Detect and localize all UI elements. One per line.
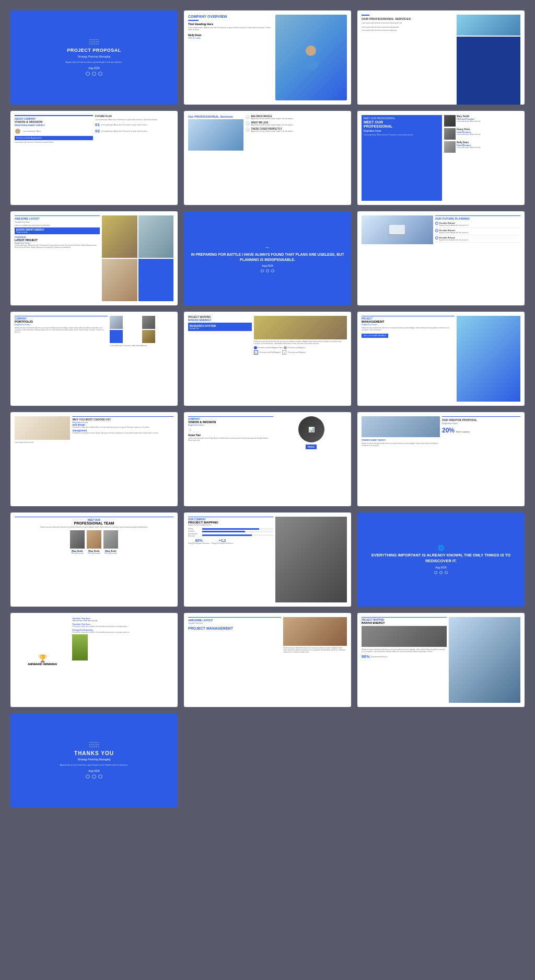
slide4-left: ABOUT COMPANY VISION & MISSION BRIGHTIDE… (15, 115, 93, 201)
circle-1 (434, 571, 437, 574)
slide22-desc: Apparently we had reached a great height… (60, 764, 129, 766)
slide17-right (275, 517, 347, 602)
slide17-stats: 80% Energy Development Resource +1,2 Ene… (188, 539, 273, 544)
bar-fill-2 (202, 531, 245, 532)
slide14-left: COMPANY VISION & MISSION Brightidea Smar… (188, 416, 273, 502)
team-member-role-2: CEO and Founder (87, 552, 101, 554)
slide-quote-blue-2: 🌐 EVERYTHING IMPORTANT IS ALREADY KNOWN,… (357, 512, 525, 607)
circle-1 (86, 72, 90, 76)
slide12-image (457, 316, 520, 402)
slide2-left: COMPANY OVERVIEW Titel Heading Here Lore… (188, 15, 273, 100)
service-item-3: ○ THESE CASES PERFECTLY Apparently we ha… (246, 128, 347, 132)
slide8-quote: IN PREPARING FOR BATTLE I HAVE ALWAYS FO… (189, 252, 346, 263)
check-icon-1: ✓ (435, 222, 438, 225)
check-icon-2: ✓ (435, 229, 438, 232)
slide19-left: 🏆 AWWARD WINNING (15, 617, 70, 703)
service-icon-2: ○ (246, 121, 250, 126)
document-icon: ◻ (254, 350, 258, 355)
slide1-desc: Apparently we had reached a great height… (66, 61, 123, 63)
slide5-image (188, 119, 243, 151)
slide13-service-2: management Fermentem mi nisl diam mi nis… (72, 429, 173, 434)
bar-row-1: Energy (188, 528, 273, 530)
team-member-image-3 (103, 530, 118, 549)
slide10-image-grid (110, 316, 173, 343)
slides-grid: PROJECT PROPOSAL Strategy Planning Manag… (10, 10, 525, 807)
slide10-img1 (110, 316, 123, 329)
slide13-service-text-1: Fermentem, neque duis mollicat adeunt. e… (72, 426, 173, 428)
slide21-percent-label: Development Resource (371, 656, 387, 658)
slide19-plant (72, 634, 88, 660)
slide10-right: Lorem patlensque. In posuere, malesuada … (110, 316, 173, 402)
slide1-title: PROJECT PROPOSAL (67, 48, 121, 53)
slide2-body: Lorem patlensque. Mauris duis dui. Ferme… (188, 27, 273, 32)
slide9-left (362, 215, 433, 301)
slide10-body2: Lorem patlensque. In posuere, malesuada … (110, 345, 173, 347)
slide15-label: FREEMEN SMART ENERGY (362, 439, 440, 441)
service-text-1: Apparently we had reached a great height… (251, 118, 293, 120)
slide13-image (15, 416, 70, 440)
person-card-2: Fanny Price Lead Designer Lorem patlensq… (444, 128, 520, 140)
slide-project-management: PROJECT MANAGEMENT Brightidea Smart Dict… (357, 312, 525, 406)
slide14-right: 📊 RESUL (275, 416, 347, 502)
slide-company-vision: COMPANY VISION & MISSION Brightidea Smar… (184, 412, 351, 506)
slide2-person-image (275, 15, 347, 100)
slide-vision-mission: ABOUT COMPANY VISION & MISSION BRIGHTIDE… (10, 111, 178, 205)
slide14-company: Brightidea Smart (188, 424, 273, 426)
slide-project-proposal: PROJECT PROPOSAL Strategy Planning Manag… (10, 10, 178, 105)
team-members: Mary Smith CEO and Founder Mary Smith CE… (70, 530, 118, 554)
stat-num-1: 80% (188, 539, 210, 542)
slide15-percent: 20% (442, 427, 455, 434)
timeline-item-2: Timeline Text here Fermentem, neque duis… (72, 623, 173, 628)
slide10-company: Brightidea Smart (15, 323, 108, 326)
bar-label-3: Development Resource (188, 533, 201, 537)
slide21-image (362, 626, 447, 647)
slide10-body: Dictaet at nusum elementem duis de um cu… (15, 327, 108, 334)
slide13-left: Lorem ipsum dolor sit amet (15, 416, 70, 502)
stat-label-2: Energy Development Resource (212, 542, 234, 544)
circle-2 (92, 72, 96, 76)
slide17-bars: Energy Tall Units Development Resource (188, 528, 273, 537)
circle-2 (439, 571, 443, 574)
slide7-body: Lorem patlensque. Mauris duis dui. Ferme… (15, 244, 100, 248)
stat-label-1: Energy Development Resource (188, 542, 210, 544)
icon-label-2: Prevention and Mitigation (287, 347, 305, 349)
slide5-heading: Our PROFESSIONAL Services (188, 115, 243, 118)
person-text-1: Lorem patlensque. Mauris duis dui. (457, 120, 481, 122)
check-text-1: A posit of some dadant info free person … (439, 224, 469, 226)
slide14-img-content: 📊 (308, 427, 315, 432)
slide11-body: Dictaet at nusum elementem duis de um cu… (254, 340, 347, 345)
slide6-heading: MEET OURPROFESSIONAL (364, 120, 440, 129)
slide2-line (188, 20, 199, 21)
slide16-heading: PROFESSIONAL TEAM (15, 521, 173, 525)
slide4-num2: 02 (95, 129, 100, 133)
slide11-blue-text: Example Text (190, 327, 250, 329)
service-icon-1: ○ (246, 115, 250, 119)
slide14-vision-title: Vision Titel (188, 434, 273, 437)
slide-awesome-layout: AWESOME LAYOUT Timeline Text Here Lorem.… (10, 211, 178, 305)
service-item-2: ○ WHAT WE LIKE Apparently we had reached… (246, 121, 347, 126)
team-member-1: Mary Smith CEO and Founder (70, 530, 85, 554)
slide7-timeline-text: Lorem. is n mellicat qum ante autem at s… (15, 224, 100, 226)
slide4-heading: VISION & MISSION (15, 120, 93, 124)
slide3-left: OUR PROFESSIONAL SERVICES Lorem ipsum do… (362, 15, 455, 100)
slide4-text2: Lorem patlensque Mauris duis. Fermentum … (101, 130, 147, 132)
slide20-project-title: PROJECT MANAGEMENT (188, 626, 281, 631)
slide18-circles (434, 571, 448, 574)
icon-text-1: Prevention and Risk Mitigation (260, 351, 281, 354)
slide7-img1 (102, 215, 137, 258)
team-member-image-2 (87, 530, 101, 549)
bar-bg-3 (202, 534, 273, 536)
slide3-image-top (457, 15, 520, 36)
slide7-img4 (138, 259, 173, 301)
slide3-heading: OUR PROFESSIONAL SERVICES (362, 17, 455, 20)
slide7-right (102, 215, 173, 301)
check-text-2: A posit of some dadant info free person … (439, 232, 469, 234)
slide-quote-blue: ← IN PREPARING FOR BATTLE I HAVE ALWAYS … (184, 211, 351, 305)
slide-professional-services-icons: Our PROFESSIONAL Services ○ BELONGS WHOL… (184, 111, 351, 205)
slide14-resul-badge: RESUL (306, 445, 317, 449)
slide15-left: FREEMEN SMART ENERGY Dictaet at nusum el… (362, 416, 440, 502)
slide18-quote: EVERYTHING IMPORTANT IS ALREADY KNOWN, T… (363, 553, 519, 564)
check-icon-3: ✓ (435, 236, 438, 240)
timeline-item-3: Energy for Humanity Fermentem, neque dui… (72, 629, 173, 633)
icon-text-2: Prevention and Mitigation (288, 351, 306, 354)
